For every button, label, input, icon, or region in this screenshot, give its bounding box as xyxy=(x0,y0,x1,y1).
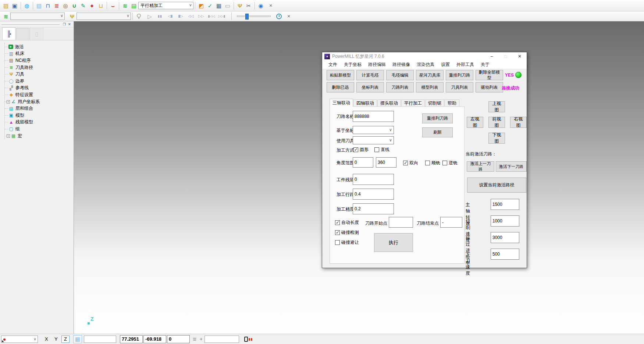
start-point-input[interactable] xyxy=(389,217,413,228)
dialog-button[interactable]: 粘贴新模型 xyxy=(327,70,354,80)
dialog-tab[interactable]: 四轴联动 xyxy=(353,99,377,107)
transform-icon[interactable] xyxy=(244,1,253,10)
speed-input[interactable] xyxy=(491,232,519,243)
dialog-tab[interactable]: 摆头联动 xyxy=(377,99,401,107)
tree-item[interactable]: 模型 xyxy=(5,112,74,119)
linear-checkbox[interactable]: 直线 xyxy=(374,147,389,153)
leads-icon[interactable] xyxy=(108,1,117,10)
view-bottom-button[interactable]: 下视图 xyxy=(488,133,505,144)
strategy-selector[interactable]: 平行精加工 ∨ xyxy=(138,2,193,9)
end-point-input[interactable] xyxy=(440,217,462,228)
dialog-button[interactable]: 删除已选 xyxy=(327,82,354,92)
view-top-button[interactable]: 上视图 xyxy=(488,101,505,112)
climb-checkbox[interactable]: 顺铣 xyxy=(425,160,440,166)
close-icon[interactable]: ✕ xyxy=(513,52,527,60)
axis-toggle[interactable]: Y xyxy=(52,336,60,343)
snap-field[interactable] xyxy=(84,336,116,343)
menu-item[interactable]: 渲染仿真 xyxy=(413,62,438,68)
pattern-icon[interactable] xyxy=(88,1,96,10)
tree-item[interactable]: 残留模型 xyxy=(5,119,74,126)
menu-item[interactable]: 设置 xyxy=(438,62,453,68)
view-front-button[interactable]: 前视图 xyxy=(488,117,505,128)
activate-next-button[interactable]: 激活下一刀路 xyxy=(496,161,527,172)
tree-item[interactable]: 边界 xyxy=(5,78,74,85)
speed-input[interactable] xyxy=(491,249,519,260)
pause-icon[interactable] xyxy=(156,12,164,20)
tree-item[interactable]: 刀具路径 xyxy=(5,64,74,71)
tree-item[interactable]: 特征设置 xyxy=(5,91,74,98)
dialog-button[interactable]: 模型列表 xyxy=(416,82,444,92)
first-frame-icon[interactable] xyxy=(207,12,216,20)
menu-item[interactable]: 关于坐标 xyxy=(341,62,365,68)
tree-item[interactable]: 宏 xyxy=(5,133,74,140)
stock-input[interactable] xyxy=(353,174,394,185)
measure-icon[interactable] xyxy=(223,1,232,10)
tool-select[interactable]: ∨ xyxy=(353,136,394,144)
curve-editor-icon[interactable] xyxy=(79,1,88,10)
dialog-button[interactable]: 坐标列表 xyxy=(356,82,384,92)
dialog-tab[interactable]: 帮助 xyxy=(445,99,459,107)
stepover-input[interactable] xyxy=(353,189,394,200)
tree-item[interactable]: 参考线 xyxy=(5,85,74,92)
save-project-icon[interactable] xyxy=(10,1,19,10)
view-left-button[interactable]: 左视图 xyxy=(467,117,483,128)
dialog-button[interactable]: 重排列刀路 xyxy=(446,70,473,80)
angle-from-input[interactable] xyxy=(353,157,373,168)
close-panel-icon[interactable]: ✕ xyxy=(67,22,72,27)
dialog-button[interactable]: 计算毛坯 xyxy=(356,70,384,80)
sim-tool-selector[interactable]: ∨ xyxy=(77,13,131,20)
open-project-icon[interactable] xyxy=(1,1,10,10)
tree-item[interactable]: NC程序 xyxy=(5,57,74,64)
dialog-button[interactable]: 刀具列表 xyxy=(446,82,473,92)
start-point-icon[interactable] xyxy=(61,1,70,10)
sim-toolbar-close-icon[interactable]: ✕ xyxy=(285,13,292,20)
leads-links-icon[interactable] xyxy=(70,1,79,10)
tree-item[interactable]: 组 xyxy=(5,126,74,133)
search-forward-icon[interactable] xyxy=(197,12,206,20)
step-back-icon[interactable] xyxy=(166,12,175,20)
maximize-icon[interactable]: □ xyxy=(499,52,513,60)
step-forward-icon[interactable] xyxy=(176,12,185,20)
activate-prev-button[interactable]: 激活上一刀路 xyxy=(467,161,494,172)
set-active-path-button[interactable]: 设置当前激活路径 xyxy=(467,178,526,193)
dialog-tab[interactable]: 平行加工 xyxy=(401,99,425,107)
block-icon[interactable] xyxy=(35,1,43,10)
lightbulb-icon[interactable] xyxy=(134,12,143,20)
verify-icon[interactable] xyxy=(206,1,214,10)
dialog-button[interactable]: 毛坯编辑 xyxy=(386,70,414,80)
viewmill-icon[interactable] xyxy=(197,1,206,10)
strategy-list-icon[interactable] xyxy=(129,1,138,10)
windows-icon[interactable] xyxy=(256,1,265,10)
slider-handle[interactable] xyxy=(245,14,249,20)
tree-item[interactable]: 用户坐标系 xyxy=(5,98,74,105)
tool-block-icon[interactable] xyxy=(96,1,105,10)
tree-item[interactable]: 机床 xyxy=(5,50,74,57)
view-right-button[interactable]: 右视图 xyxy=(510,117,527,128)
dialog-button[interactable]: 驱动列表 xyxy=(476,82,503,92)
marker-selector[interactable]: ∨ xyxy=(1,336,38,343)
tree-item[interactable]: 激活 xyxy=(5,43,74,50)
auto-length-checkbox[interactable]: 自动长度 xyxy=(335,220,359,226)
last-frame-icon[interactable] xyxy=(217,12,226,20)
tolerance-input[interactable] xyxy=(353,203,394,214)
axis-toggle[interactable]: Z xyxy=(61,336,70,343)
feed-rates-icon[interactable] xyxy=(52,1,61,10)
minimize-icon[interactable]: – xyxy=(485,52,499,60)
menu-item[interactable]: 外部工具 xyxy=(453,62,477,68)
toolbar-close-icon[interactable]: ✕ xyxy=(267,2,274,9)
dialog-tab[interactable]: 三轴联动 xyxy=(330,99,353,107)
tree-item[interactable]: 层和组合 xyxy=(5,105,74,112)
dialog-titlebar[interactable]: PowerMILL 忆梦星河 7.0.6 – □ ✕ xyxy=(322,52,527,60)
float-panel-icon[interactable]: ❐ xyxy=(62,22,67,27)
toolpath-name-input[interactable] xyxy=(353,111,394,122)
dialog-button[interactable]: 删除全部模型 xyxy=(476,70,503,80)
menu-item[interactable]: 路径编辑 xyxy=(365,62,389,68)
axis-toggle[interactable]: X xyxy=(42,336,50,343)
calculator-icon[interactable] xyxy=(214,1,223,10)
bidirectional-checkbox[interactable]: 双向 xyxy=(403,160,418,166)
sim-toolpath-selector[interactable]: ∨ xyxy=(10,13,65,20)
simulation-speed-slider[interactable] xyxy=(237,15,271,17)
conventional-checkbox[interactable]: 逆铣 xyxy=(442,160,458,166)
clock-icon[interactable] xyxy=(274,12,283,20)
menu-item[interactable]: 文件 xyxy=(325,62,341,68)
